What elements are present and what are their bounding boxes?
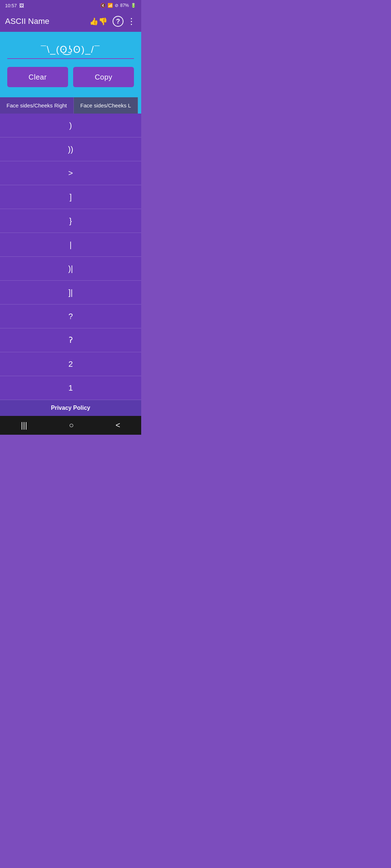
- thumbs-button[interactable]: 👍 👎: [88, 16, 109, 27]
- nav-bar: ||| ○ <: [0, 416, 141, 435]
- battery-icon: 🔋: [131, 3, 136, 8]
- status-bar: 10:57 🖼 🔇 📶 ⊘ 87% 🔋: [0, 0, 141, 11]
- symbol-item-6[interactable]: |: [0, 233, 141, 257]
- help-button[interactable]: ?: [113, 16, 123, 27]
- action-buttons: Clear Copy: [7, 67, 134, 87]
- symbol-list: ) )) > ] } | )| ]| ? ʔ 2 1: [0, 114, 141, 400]
- symbol-item-9[interactable]: ?: [0, 305, 141, 328]
- wifi-icon: 📶: [108, 3, 113, 8]
- clear-button[interactable]: Clear: [7, 67, 68, 87]
- symbol-item-4[interactable]: ]: [0, 185, 141, 209]
- app-bar-actions: 👍 👎 ? ⋮: [88, 16, 136, 27]
- thumbs-down-icon: 👎: [98, 17, 108, 26]
- mute-icon: 🔇: [100, 3, 106, 8]
- app-title: ASCII Name: [5, 17, 88, 26]
- tab-face-sides-right[interactable]: Face sides/Cheeks Right: [0, 97, 74, 114]
- copy-button[interactable]: Copy: [73, 67, 134, 87]
- symbol-item-5[interactable]: }: [0, 209, 141, 233]
- home-button[interactable]: ○: [60, 418, 83, 433]
- ascii-text-input[interactable]: [7, 42, 134, 58]
- symbol-item-12[interactable]: 1: [0, 376, 141, 400]
- symbol-item-1[interactable]: ): [0, 114, 141, 137]
- text-display-container: [7, 42, 134, 59]
- status-left: 10:57 🖼: [5, 3, 24, 8]
- more-menu-button[interactable]: ⋮: [127, 16, 136, 26]
- footer: Privacy Policy: [0, 400, 141, 416]
- thumbs-up-icon: 👍: [89, 17, 98, 26]
- symbol-item-8[interactable]: ]|: [0, 281, 141, 305]
- content-top: Clear Copy: [0, 32, 141, 97]
- photo-icon: 🖼: [19, 3, 24, 8]
- symbol-item-10[interactable]: ʔ: [0, 328, 141, 352]
- tab-face-sides-left[interactable]: Face sides/Cheeks L: [74, 97, 138, 114]
- tabs-row: Face sides/Cheeks Right Face sides/Cheek…: [0, 97, 141, 114]
- back-button[interactable]: <: [107, 418, 129, 433]
- symbol-item-3[interactable]: >: [0, 161, 141, 185]
- symbol-item-11[interactable]: 2: [0, 352, 141, 376]
- recent-apps-button[interactable]: |||: [12, 418, 36, 433]
- status-right: 🔇 📶 ⊘ 87% 🔋: [100, 3, 136, 8]
- symbol-item-7[interactable]: )|: [0, 257, 141, 281]
- app-bar: ASCII Name 👍 👎 ? ⋮: [0, 11, 141, 32]
- block-icon: ⊘: [115, 3, 118, 8]
- symbol-item-2[interactable]: )): [0, 137, 141, 161]
- privacy-policy-link[interactable]: Privacy Policy: [51, 405, 91, 411]
- time: 10:57: [5, 3, 17, 8]
- battery: 87%: [120, 3, 129, 8]
